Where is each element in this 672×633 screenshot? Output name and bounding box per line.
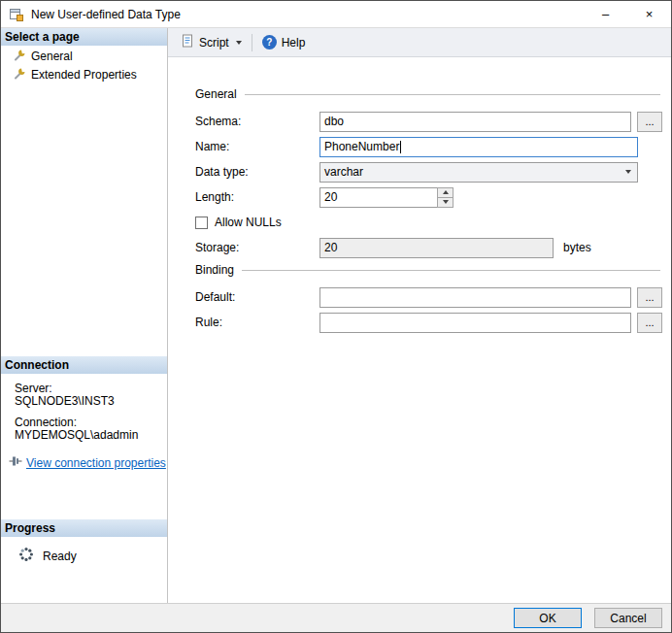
datatype-value: varchar: [324, 165, 363, 179]
connection-value: MYDEMOSQL\adadmin: [15, 429, 167, 442]
chevron-up-icon: [443, 190, 449, 194]
schema-input[interactable]: dbo: [319, 112, 631, 132]
length-row: Length: 20: [195, 186, 662, 208]
spin-down-button[interactable]: [437, 197, 454, 208]
window-controls: – ×: [584, 1, 671, 27]
length-label: Length:: [195, 190, 319, 204]
length-value: 20: [324, 190, 337, 204]
view-connection-properties-link[interactable]: View connection properties: [1, 455, 167, 470]
storage-unit-label: bytes: [563, 241, 591, 254]
progress-spinner-icon: [18, 547, 34, 565]
datatype-dropdown[interactable]: varchar: [319, 162, 638, 183]
titlebar: New User-defined Data Type – ×: [1, 1, 671, 28]
allow-nulls-label: Allow NULLs: [215, 216, 282, 229]
cancel-button[interactable]: Cancel: [594, 608, 662, 628]
dialog-icon: [9, 7, 24, 22]
group-divider: [242, 270, 660, 271]
allow-nulls-checkbox[interactable]: [195, 217, 208, 229]
default-row: Default: ...: [195, 286, 662, 308]
chevron-down-icon: [625, 170, 631, 174]
general-group-heading: General: [195, 86, 662, 102]
minimize-button[interactable]: –: [584, 1, 627, 27]
new-udt-dialog: New User-defined Data Type – × Select a …: [0, 0, 672, 633]
script-button-label: Script: [199, 36, 229, 50]
schema-row: Schema: dbo ...: [195, 111, 662, 132]
rule-row: Rule: ...: [195, 312, 662, 333]
default-input[interactable]: [319, 287, 631, 308]
storage-row: Storage: 20 bytes: [195, 237, 662, 258]
schema-label: Schema:: [195, 115, 319, 128]
storage-value: 20: [324, 241, 337, 254]
progress-header: Progress: [1, 519, 167, 537]
general-page-content: General Schema: dbo ... Name: PhoneNumbe…: [168, 57, 672, 603]
progress-status-row: Ready: [1, 547, 167, 565]
script-icon: [181, 34, 194, 50]
connection-section: Connection Server: SQLNODE3\INST3 Connec…: [1, 356, 167, 470]
chevron-down-icon[interactable]: [236, 41, 242, 45]
datatype-label: Data type:: [195, 165, 319, 179]
dialog-body: Select a page General Extende: [1, 28, 671, 603]
connection-properties-icon: [9, 455, 22, 470]
binding-group-label: Binding: [195, 263, 234, 277]
length-spinner: [437, 187, 454, 208]
server-value: SQLNODE3\INST3: [15, 395, 167, 408]
help-icon: ?: [262, 35, 277, 50]
length-input[interactable]: 20: [319, 187, 438, 208]
text-caret: [400, 141, 401, 153]
sidebar-item-label: General: [31, 50, 73, 63]
default-browse-button[interactable]: ...: [637, 287, 662, 308]
select-a-page-header: Select a page: [1, 28, 167, 46]
rule-input[interactable]: [319, 313, 631, 333]
server-info: Server: SQLNODE3\INST3: [1, 374, 167, 408]
main-panel: Script ? Help General Schema:: [168, 28, 672, 603]
connection-header: Connection: [1, 356, 167, 374]
group-divider: [245, 94, 660, 95]
wrench-icon: [14, 67, 26, 83]
allow-nulls-row: Allow NULLs: [195, 212, 662, 233]
general-group-label: General: [195, 87, 237, 101]
connection-info: Connection: MYDEMOSQL\adadmin: [1, 408, 167, 442]
help-button[interactable]: ? Help: [256, 31, 312, 54]
schema-value: dbo: [324, 115, 344, 128]
close-button[interactable]: ×: [627, 1, 671, 27]
sidebar-item-label: Extended Properties: [31, 68, 137, 82]
storage-field: 20: [319, 238, 554, 258]
binding-group-heading: Binding: [195, 262, 662, 278]
schema-browse-button[interactable]: ...: [637, 112, 662, 132]
name-input[interactable]: PhoneNumber: [319, 137, 638, 157]
datatype-row: Data type: varchar: [195, 161, 662, 183]
progress-status-text: Ready: [43, 550, 77, 563]
name-row: Name: PhoneNumber: [195, 136, 662, 157]
script-button[interactable]: Script: [175, 31, 248, 54]
rule-browse-button[interactable]: ...: [637, 313, 662, 333]
name-value: PhoneNumber: [324, 140, 399, 153]
sidebar-item-general[interactable]: General: [1, 49, 167, 64]
toolbar: Script ? Help: [168, 28, 672, 57]
help-button-label: Help: [282, 36, 306, 50]
name-label: Name:: [195, 140, 319, 153]
dialog-footer: OK Cancel: [1, 603, 671, 632]
chevron-down-icon: [443, 200, 449, 204]
rule-label: Rule:: [195, 316, 319, 329]
window-title: New User-defined Data Type: [31, 8, 181, 21]
progress-section: Progress Read: [1, 519, 167, 565]
ok-button[interactable]: OK: [514, 608, 582, 628]
wrench-icon: [14, 49, 26, 64]
view-connection-properties-label[interactable]: View connection properties: [26, 456, 166, 470]
sidebar-item-extended-properties[interactable]: Extended Properties: [1, 67, 167, 83]
default-label: Default:: [195, 290, 319, 304]
storage-label: Storage:: [195, 241, 319, 254]
sidebar: Select a page General Extende: [1, 28, 168, 603]
toolbar-separator: [252, 34, 252, 51]
